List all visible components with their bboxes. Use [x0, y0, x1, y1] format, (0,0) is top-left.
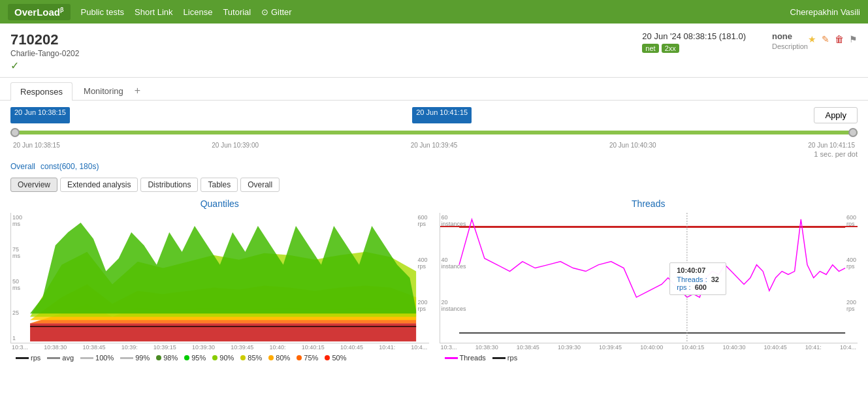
- quantiles-panel: Quantiles 100ms 75ms 50ms 25 1 600rps 40…: [5, 198, 434, 364]
- legend-100pct: 100%: [80, 354, 114, 362]
- tab-add-button[interactable]: +: [135, 85, 140, 97]
- legend-85pct: 85%: [240, 354, 262, 362]
- legend-98pct: 98%: [156, 354, 178, 362]
- legend-50pct-dot: [325, 355, 330, 360]
- analysis-buttons: Overview Extended analysis Distributions…: [0, 174, 868, 198]
- nav-gitter-label: Gitter: [271, 7, 292, 17]
- tabs: Responses Monitoring +: [0, 82, 868, 101]
- tab-responses[interactable]: Responses: [10, 82, 72, 101]
- test-name: Charlie-Tango-0202: [10, 49, 616, 58]
- legend-75pct: 75%: [297, 354, 318, 362]
- threads-svg: [440, 213, 858, 343]
- legend-95pct: 95%: [184, 354, 206, 362]
- share-icon[interactable]: ⚑: [849, 34, 858, 44]
- quantiles-legend: rps avg 100% 99% 98% 95%: [10, 351, 429, 364]
- apply-button[interactable]: Apply: [814, 107, 858, 123]
- tick-3: 20 Jun 10:40:30: [609, 142, 656, 149]
- legend-90pct: 90%: [212, 354, 234, 362]
- legend-threads-rps: rps: [492, 354, 517, 362]
- timeline-right-label: 20 Jun 10:41:15: [412, 107, 472, 123]
- quantiles-title: Quantiles: [10, 198, 429, 209]
- quantiles-svg: [11, 213, 429, 343]
- quantiles-chart-container: 100ms 75ms 50ms 25 1 600rps 400rps 200rp…: [10, 213, 429, 343]
- tick-0: 20 Jun 10:38:15: [13, 142, 60, 149]
- badge-2xx: 2xx: [662, 44, 679, 53]
- timeline-section: 20 Jun 10:38:15 20 Jun 10:41:15 Apply 20…: [0, 101, 868, 161]
- tick-2: 20 Jun 10:39:45: [411, 142, 458, 149]
- legend-threads: Threads: [445, 354, 486, 362]
- brand-logo[interactable]: OverLoadβ: [8, 4, 71, 20]
- per-dot-row: 1 sec. per dot: [10, 150, 858, 158]
- btn-distributions[interactable]: Distributions: [140, 178, 198, 192]
- legend-80pct-dot: [268, 355, 274, 360]
- threads-panel: Threads 60instances 40instances 20instan…: [434, 198, 863, 364]
- legend-rps: rps: [16, 354, 40, 362]
- charts-area: Quantiles 100ms 75ms 50ms 25 1 600rps 40…: [0, 198, 868, 364]
- nav-license[interactable]: License: [184, 7, 213, 17]
- timeline-handle-right[interactable]: [848, 128, 858, 137]
- legend-85pct-dot: [240, 355, 246, 360]
- star-icon[interactable]: ★: [808, 34, 816, 44]
- header-actions: ★ ✎ 🗑 ⚑: [808, 34, 858, 44]
- legend-50pct: 50%: [325, 354, 346, 362]
- threads-title: Threads: [440, 198, 858, 209]
- per-dot-text: 1 sec. per dot: [814, 150, 858, 158]
- legend-threads-rps-color: [492, 357, 506, 359]
- test-tags: none Description: [772, 31, 808, 50]
- quantiles-x-labels: 10:3... 10:38:30 10:38:45 10:39: 10:39:1…: [10, 343, 429, 351]
- svg-rect-0: [30, 323, 416, 341]
- timeline-track: [10, 131, 858, 134]
- const-link[interactable]: const(600, 180s): [40, 162, 99, 171]
- legend-98pct-dot: [156, 355, 161, 360]
- timeline-handle-left[interactable]: [10, 128, 20, 137]
- page-header: 710202 Charlie-Tango-0202 ✓ 20 Jun '24 0…: [0, 24, 868, 78]
- brand-sup: β: [60, 7, 64, 13]
- legend-rps-color: [16, 357, 29, 359]
- threads-x-labels: 10:3... 10:38:30 10:38:45 10:39:30 10:39…: [440, 343, 858, 351]
- tag-description: Description: [772, 42, 808, 50]
- nav-gitter[interactable]: ⊙ Gitter: [261, 7, 291, 17]
- btn-overall[interactable]: Overall: [240, 178, 280, 192]
- legend-avg: avg: [47, 354, 74, 362]
- svg-marker-4: [30, 223, 416, 313]
- nav-short-link[interactable]: Short Link: [135, 7, 173, 17]
- legend-threads-color: [445, 357, 458, 359]
- threads-chart-container: 60instances 40instances 20instances 600r…: [440, 213, 858, 343]
- legend-99pct-color: [120, 357, 133, 359]
- btn-tables[interactable]: Tables: [201, 178, 238, 192]
- timeline-labels: 20 Jun 10:38:15 20 Jun 10:41:15 Apply: [10, 107, 858, 123]
- legend-avg-color: [47, 357, 60, 359]
- btn-extended-analysis[interactable]: Extended analysis: [60, 178, 138, 192]
- test-info: 710202 Charlie-Tango-0202 ✓: [10, 31, 616, 72]
- timeline-ticks: 20 Jun 10:38:15 20 Jun 10:39:00 20 Jun 1…: [10, 142, 858, 149]
- test-id: 710202: [10, 31, 616, 48]
- legend-75pct-dot: [297, 355, 302, 360]
- edit-icon[interactable]: ✎: [822, 34, 829, 44]
- badge-net: net: [642, 44, 658, 53]
- test-meta: 20 Jun '24 08:38:15 (181.0) net 2xx: [642, 31, 746, 53]
- legend-100pct-color: [80, 357, 93, 359]
- threads-legend: Threads rps: [440, 351, 858, 364]
- user-name: Cherepakhin Vasili: [790, 7, 860, 17]
- nav-public-tests[interactable]: Public tests: [81, 7, 124, 17]
- tab-monitoring[interactable]: Monitoring: [74, 82, 133, 100]
- overall-row: Overall const(600, 180s): [0, 161, 868, 174]
- test-badges: net 2xx: [642, 44, 746, 53]
- legend-95pct-dot: [184, 355, 189, 360]
- nav-tutorial[interactable]: Tutorial: [223, 7, 251, 17]
- navbar: OverLoadβ Public tests Short Link Licens…: [0, 0, 868, 24]
- tag-value: none: [772, 31, 808, 41]
- brand-text: OverLoad: [14, 7, 60, 18]
- test-date: 20 Jun '24 08:38:15 (181.0): [642, 31, 746, 41]
- legend-80pct: 80%: [268, 354, 290, 362]
- btn-overview[interactable]: Overview: [10, 178, 57, 192]
- tick-4: 20 Jun 10:41:15: [808, 142, 855, 149]
- tick-1: 20 Jun 10:39:00: [212, 142, 259, 149]
- overall-link[interactable]: Overall: [10, 162, 35, 171]
- legend-90pct-dot: [212, 355, 217, 360]
- delete-icon[interactable]: 🗑: [835, 34, 844, 44]
- test-status-check: ✓: [10, 59, 616, 72]
- timeline-slider[interactable]: [10, 126, 858, 139]
- timeline-left-label: 20 Jun 10:38:15: [10, 107, 70, 123]
- legend-99pct: 99%: [120, 354, 150, 362]
